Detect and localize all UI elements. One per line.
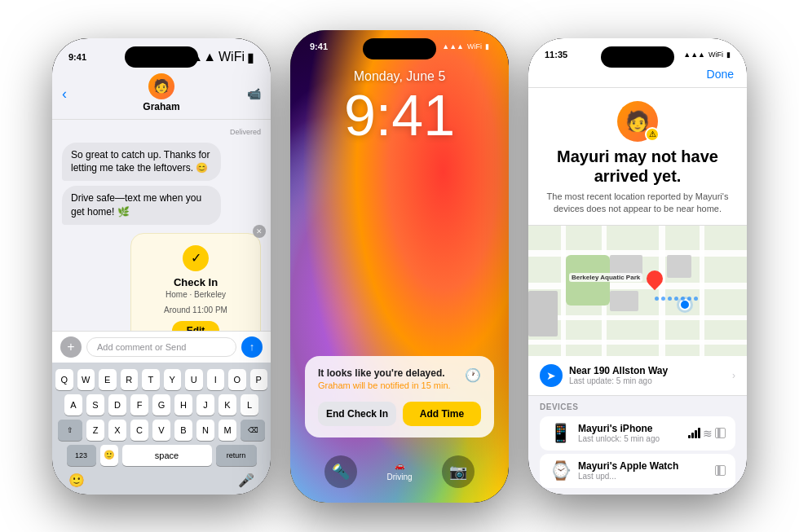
location-row[interactable]: ➤ Near 190 Allston Way Last update: 5 mi… xyxy=(528,356,747,396)
map-path-dots xyxy=(655,297,698,301)
attach-button[interactable]: + xyxy=(60,336,82,358)
key-m[interactable]: M xyxy=(219,420,236,441)
phone-messages: 9:41 ▲▲▲ WiFi ▮ ‹ 🧑 Graham 📹 Delivered xyxy=(52,38,271,495)
notification-buttons: End Check In Add Time xyxy=(318,402,481,426)
device-row-iphone: 📱 Mayuri's iPhone Last unlock: 5 min ago xyxy=(540,416,735,451)
device-row-watch: ⌚ Mayuri's Apple Watch Last upd... ▌ xyxy=(540,454,735,488)
key-h[interactable]: H xyxy=(174,394,192,415)
emoji-btn[interactable]: 🙂 xyxy=(68,473,85,488)
messages-screen: 9:41 ▲▲▲ WiFi ▮ ‹ 🧑 Graham 📹 Delivered xyxy=(52,38,271,495)
battery-level-icon: ▌ xyxy=(715,428,726,438)
message-input[interactable]: Add comment or Send xyxy=(86,337,236,357)
key-k[interactable]: K xyxy=(219,394,236,415)
done-button[interactable]: Done xyxy=(707,68,734,81)
key-space[interactable]: space xyxy=(122,445,212,466)
key-j[interactable]: J xyxy=(196,394,214,415)
key-shift[interactable]: ⇧ xyxy=(58,420,82,441)
key-a[interactable]: A xyxy=(64,394,82,415)
message-bubble-1: So great to catch up. Thanks for letting… xyxy=(62,143,221,182)
delivered-label: Delivered xyxy=(62,128,261,136)
notification-emoji: 🕐 xyxy=(465,367,481,383)
key-q[interactable]: Q xyxy=(55,369,73,390)
watch-icon: ⌚ xyxy=(550,460,572,481)
iphone-icon: 📱 xyxy=(550,423,572,444)
key-e[interactable]: E xyxy=(99,369,117,390)
notification-title: It looks like you're delayed. xyxy=(318,367,451,380)
location-text: Near 190 Allston Way Last update: 5 min … xyxy=(569,365,726,385)
iphone-status: ≋ ▌ xyxy=(688,427,726,440)
send-button[interactable]: ↑ xyxy=(241,336,263,358)
phone-lockscreen: 9:41 ▲▲▲ WiFi ▮ Monday, June 5 9:41 It l… xyxy=(290,30,509,503)
key-z[interactable]: Z xyxy=(86,420,104,441)
key-r[interactable]: R xyxy=(121,369,139,390)
signal-bars-icon xyxy=(688,428,700,438)
status-time-1: 9:41 xyxy=(68,52,86,62)
key-d[interactable]: D xyxy=(108,394,126,415)
lock-time: 9:41 xyxy=(290,87,509,144)
checkin-signal-icon: ▲▲▲ xyxy=(683,51,705,59)
key-y[interactable]: Y xyxy=(164,369,182,390)
camera-button[interactable]: 📷 xyxy=(442,455,475,488)
messages-body: Delivered So great to catch up. Thanks f… xyxy=(52,120,271,331)
keyboard-row-2: A S D F G H J K L xyxy=(55,394,267,415)
chevron-right-icon: › xyxy=(732,370,735,381)
map-road-v4 xyxy=(700,226,704,355)
add-time-button[interactable]: Add Time xyxy=(403,402,481,426)
map-section: Berkeley Aquatic Park xyxy=(528,226,747,355)
key-delete[interactable]: ⌫ xyxy=(241,420,265,441)
messages-header: ‹ 🧑 Graham 📹 xyxy=(52,68,271,120)
key-s[interactable]: S xyxy=(86,394,104,415)
key-g[interactable]: G xyxy=(152,394,170,415)
check-in-time: Around 11:00 PM xyxy=(143,306,249,314)
iphone-last-unlock: Last unlock: 5 min ago xyxy=(578,434,682,443)
watch-info: Mayuri's Apple Watch Last upd... xyxy=(578,460,709,481)
edit-button[interactable]: Edit xyxy=(172,321,220,331)
key-i[interactable]: I xyxy=(207,369,225,390)
notification-content: It looks like you're delayed. Graham wil… xyxy=(318,367,451,398)
location-icon: ➤ xyxy=(540,364,563,387)
key-c[interactable]: C xyxy=(130,420,148,441)
end-check-in-button[interactable]: End Check In xyxy=(318,402,396,426)
key-w[interactable]: W xyxy=(77,369,95,390)
driving-label: 🚗 Driving xyxy=(386,461,412,481)
back-button[interactable]: ‹ xyxy=(62,85,67,102)
key-o[interactable]: O xyxy=(228,369,246,390)
video-call-button[interactable]: 📹 xyxy=(247,87,261,100)
key-u[interactable]: U xyxy=(185,369,203,390)
alert-avatar: 🧑 ⚠ xyxy=(617,101,658,142)
key-t[interactable]: T xyxy=(142,369,160,390)
key-b[interactable]: B xyxy=(174,420,192,441)
lock-bottom-controls: 🔦 🚗 Driving 📷 xyxy=(290,455,509,488)
close-button[interactable]: ✕ xyxy=(253,225,266,238)
message-bubble-2: Drive safe—text me when you get home! 🌿 xyxy=(62,186,221,225)
key-f[interactable]: F xyxy=(130,394,148,415)
lock-battery-icon: ▮ xyxy=(485,42,489,51)
key-l[interactable]: L xyxy=(241,394,258,415)
check-in-wrapper: ✕ ✓ Check In Home · Berkeley Around 11:0… xyxy=(130,230,261,331)
map-road-v3 xyxy=(659,226,665,355)
key-emoji[interactable]: 🙂 xyxy=(100,445,118,466)
devices-section: DEVICES 📱 Mayuri's iPhone Last unlock: 5… xyxy=(528,396,747,495)
battery-icon-1: ▮ xyxy=(247,50,254,65)
check-in-icon: ✓ xyxy=(183,245,209,271)
key-v[interactable]: V xyxy=(152,420,170,441)
key-n[interactable]: N xyxy=(196,420,214,441)
dynamic-island-2 xyxy=(363,38,436,59)
dynamic-island-1 xyxy=(125,46,198,68)
lock-notification: It looks like you're delayed. Graham wil… xyxy=(305,356,494,437)
key-p[interactable]: P xyxy=(250,369,268,390)
lock-date-text: Monday, June 5 xyxy=(290,69,509,84)
key-x[interactable]: X xyxy=(108,420,126,441)
key-numbers[interactable]: 123 xyxy=(67,445,96,466)
flashlight-button[interactable]: 🔦 xyxy=(324,455,357,488)
map-building-4 xyxy=(528,291,558,336)
keyboard-row-1: Q W E R T Y U I O P xyxy=(55,369,267,390)
key-return[interactable]: return xyxy=(216,445,257,466)
iphone-name: Mayuri's iPhone xyxy=(578,423,682,434)
map-label-aquatic: Berkeley Aquatic Park xyxy=(569,273,642,282)
lock-screen: 9:41 ▲▲▲ WiFi ▮ Monday, June 5 9:41 It l… xyxy=(290,30,509,503)
checkin-body: 🧑 ⚠ Mayuri may not have arrived yet. The… xyxy=(528,88,747,495)
mic-btn[interactable]: 🎤 xyxy=(238,473,254,488)
watch-last-update: Last upd... xyxy=(578,472,709,481)
lock-status-icons: ▲▲▲ WiFi ▮ xyxy=(442,42,489,51)
